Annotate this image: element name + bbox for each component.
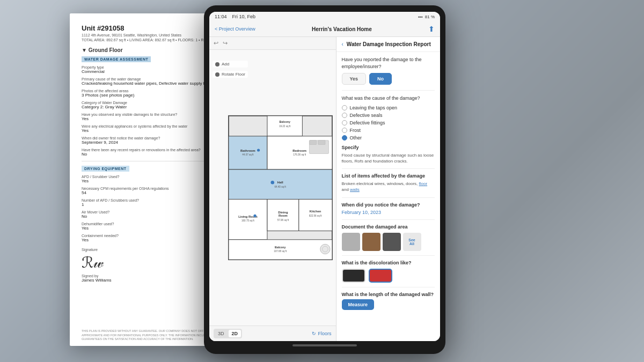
inspection-title: Water Damage Inspection Report (347, 41, 431, 47)
drying-badge: DRYING EQUIPMENT (82, 166, 129, 172)
fp-add-button[interactable]: Add (213, 61, 248, 68)
bedroom-label: Bedroom (292, 149, 306, 152)
fp-rotate-button[interactable]: Rotate Floor (213, 71, 248, 78)
2d-toggle[interactable]: 2D (229, 330, 241, 337)
bathroom-label: Bathroom (240, 149, 255, 152)
q2-question: What was the cause of the damage? (342, 95, 435, 102)
floorplan-toolbar: ↩ ↪ (209, 37, 336, 50)
measure-button[interactable]: Measure (342, 299, 375, 310)
color-dark[interactable] (342, 269, 365, 283)
inspection-panel: ‹ Water Damage Inspection Report Have yo… (336, 37, 441, 341)
project-overview-back[interactable]: < Project Overview (215, 26, 255, 32)
photo-2[interactable] (362, 233, 380, 251)
balcony-top-label: Balcony (279, 120, 290, 123)
status-bar: 11:04 Fri 10, Feb ▪▪▪ 81 % (209, 12, 440, 21)
option-seals-label: Defective seals (350, 113, 383, 118)
bedroom-area: 176.36 sq ft (293, 153, 306, 156)
inspection-header: ‹ Water Damage Inspection Report (336, 37, 441, 52)
no-button[interactable]: No (369, 73, 392, 85)
q1-btn-row: Yes No (342, 73, 435, 85)
photos-row: SeeAll (342, 233, 435, 251)
time-display: 11:04 (215, 14, 227, 19)
inspection-body[interactable]: Have you reported the damage to the empl… (336, 52, 441, 341)
option-seals[interactable]: Defective seals (342, 113, 435, 118)
dining-room-label2: Room (279, 214, 288, 217)
floors-button[interactable]: ↻ Floors (312, 331, 331, 336)
wall-label: What is the length of the damaged wall? (342, 292, 435, 297)
divider6 (342, 287, 435, 287)
status-icons: ▪▪▪ 81 % (418, 14, 435, 19)
fp-nav-overlay: Add Rotate Floor (213, 61, 248, 78)
rotate-label: Rotate Floor (222, 72, 245, 77)
water-dot-bathroom (257, 149, 260, 151)
radio-taps (342, 105, 347, 110)
dining-room-label: Dining (278, 211, 288, 214)
status-time: 11:04 Fri 10, Feb (215, 14, 255, 19)
floorplan-svg: Balcony 19.22 sq ft Bathroom 44.07 sq ft… (209, 50, 336, 326)
photo-1[interactable] (342, 233, 360, 251)
rotate-floors-icon: ↻ (312, 331, 316, 336)
tablet-screen: 11:04 Fri 10, Feb ▪▪▪ 81 % < Project Ove… (209, 12, 440, 341)
radio-fittings (342, 120, 347, 125)
option-other[interactable]: Other (342, 135, 435, 141)
radio-seals (342, 113, 347, 118)
photo-3[interactable] (383, 233, 401, 251)
hall-label: Hall (277, 181, 283, 184)
hall-area: 64.40 sq ft (274, 186, 286, 188)
add-dot (215, 62, 219, 67)
color-red[interactable] (369, 269, 392, 283)
list-label: List of items affected by the damage (342, 173, 435, 179)
water-dot-hall (270, 181, 274, 184)
share-button[interactable]: ⬆ (428, 25, 435, 33)
kitchen-area: 922.56 sq ft (309, 215, 323, 217)
walls-link[interactable]: walls (350, 187, 360, 192)
floorplan-svg-container: Add Rotate Floor (209, 50, 336, 326)
q1-question: Have you reported the damage to the empl… (342, 56, 435, 70)
option-frost[interactable]: Frost (342, 128, 435, 133)
balcony-bottom-area: 107.68 sq ft (274, 250, 287, 253)
option-frost-label: Frost (350, 128, 361, 133)
divider2 (342, 168, 435, 169)
balcony-bottom-label: Balcony (275, 246, 286, 249)
option-fittings[interactable]: Defective fittings (342, 120, 435, 125)
radio-frost (342, 128, 347, 133)
project-title: Herrin's Vacation Home (312, 26, 372, 32)
balcony-bottom (229, 240, 332, 260)
hall-room (229, 169, 332, 200)
date-label: When did you notice the damage? (342, 202, 435, 208)
undo-icon[interactable]: ↩ (214, 40, 218, 47)
kitchen-label: Kitchen (310, 210, 321, 213)
radio-other (342, 135, 347, 141)
pillow-left (309, 141, 316, 145)
living-room-area: 160.75 sq ft (241, 219, 255, 222)
date-value[interactable]: February 10, 2023 (342, 210, 435, 215)
tablet-device: 11:04 Fri 10, Feb ▪▪▪ 81 % < Project Ove… (204, 5, 445, 354)
divider1 (342, 90, 435, 91)
divider5 (342, 255, 435, 256)
fp-bottom-bar: 3D 2D ↻ Floors (209, 326, 336, 341)
option-taps[interactable]: Leaving the taps open (342, 105, 435, 110)
yes-button[interactable]: Yes (342, 73, 367, 85)
see-all-button[interactable]: SeeAll (403, 233, 421, 251)
battery-display: 81 % (425, 14, 435, 19)
3d-toggle[interactable]: 3D (215, 330, 228, 337)
divider4 (342, 219, 435, 220)
home-indicator[interactable] (292, 344, 357, 346)
inspection-back-button[interactable]: ‹ (342, 41, 343, 47)
water-dot-living (253, 215, 256, 217)
wifi-icon: ▪▪▪ (418, 14, 423, 19)
tablet-nav: < Project Overview Herrin's Vacation Hom… (209, 21, 440, 37)
bathroom-room (229, 136, 267, 169)
bathroom-area: 44.07 sq ft (242, 153, 254, 156)
fp-tools: ↩ ↪ (214, 40, 228, 47)
color-label: What is the discoloration like? (342, 260, 435, 265)
date-display: Fri 10, Feb (232, 14, 256, 19)
option-other-label: Other (350, 135, 362, 141)
main-container: Unit #291058 1112 4th Avenue, 98101 Seat… (0, 0, 644, 362)
divider3 (342, 197, 435, 198)
water-damage-badge: WATER DAMAGE ASSESSMENT (82, 56, 151, 62)
redo-icon[interactable]: ↪ (223, 40, 228, 47)
floor-link[interactable]: floor (419, 181, 428, 186)
view-toggle: 3D 2D (214, 329, 242, 338)
specify-label: Specify (342, 145, 435, 150)
